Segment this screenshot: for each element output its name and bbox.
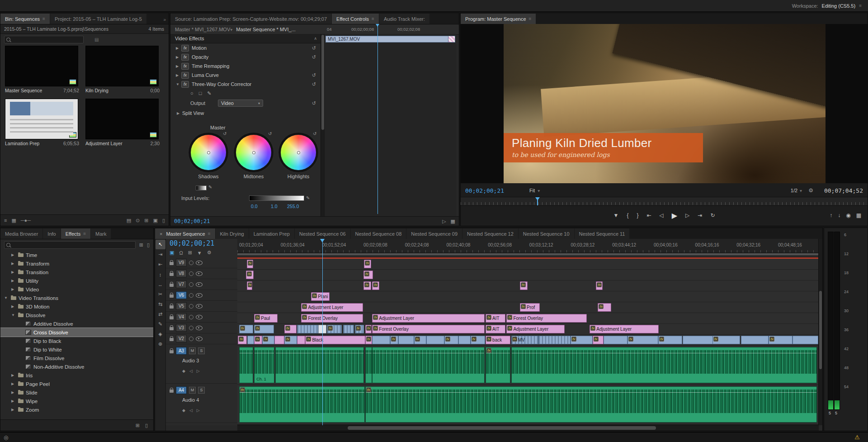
twirl-icon[interactable]: ▶ [11,408,16,412]
track-visibility-toggle[interactable] [196,261,203,265]
twirl-icon[interactable]: ▶ [11,270,16,274]
fx-icon[interactable]: fx [181,63,189,70]
sequence-context[interactable]: Master Sequence * MVI_... [236,27,295,32]
video-effects-section-header[interactable]: Video Effects ∧ [170,34,321,43]
step-forward-icon[interactable]: ▷ [685,212,689,219]
split-view-row[interactable]: ▶ Split View [170,109,321,118]
sync-lock-toggle[interactable] [189,304,193,309]
close-tab-icon[interactable]: × [160,231,162,237]
bin-item[interactable]: Adjustment Layer2;30 [85,99,160,146]
twirl-icon[interactable]: ▶ [11,399,16,403]
video-lane-v4[interactable]: fxPaulfxForest OverlayfxAdjustment Layer… [237,313,819,324]
midtones-wheel[interactable] [236,135,271,170]
time-ruler[interactable]: 00;01;20;0400;01;36;0400;01;52;0400;02;0… [237,239,819,253]
rolling-edit-tool[interactable]: ↕ [156,270,165,279]
timeline-tab[interactable]: Lamination Prep [249,228,294,239]
delete-icon[interactable]: ▯ [147,242,150,248]
next-keyframe-icon[interactable]: ▷ [197,369,200,373]
timeline-clip[interactable]: fx [365,336,372,344]
timeline-clip[interactable]: fxBlack [305,336,365,344]
bin-item[interactable]: Kiln Drying0;00 [85,46,160,93]
mark-out-icon[interactable]: } [637,212,638,219]
effects-tree-item[interactable]: Dip to White [0,345,153,354]
twirl-icon[interactable]: ▶ [11,382,16,386]
timeline-clip[interactable]: fxAdjustment Layer [506,325,565,333]
timeline-clip[interactable]: fx [254,325,274,333]
effects-tree-item[interactable]: Additive Dissolve [0,319,153,328]
play-button[interactable]: ▶ [672,211,677,220]
timeline-clip[interactable]: fx [262,336,274,344]
bin-item-name[interactable]: Master Sequence [5,88,42,93]
sync-lock-toggle[interactable] [189,293,193,298]
reset-icon[interactable]: ↺ [223,131,226,136]
icon-view-icon[interactable]: ▦ [11,218,16,223]
twirl-icon[interactable]: ▶ [11,304,16,309]
new-bin-icon[interactable]: ⊞ [144,218,148,223]
timeline-clip[interactable] [365,347,372,383]
tab-effect-controls[interactable]: Effect Controls ≡ [332,14,379,24]
track-id[interactable]: A4 [176,386,187,394]
timeline-clip[interactable]: fx [471,336,485,344]
sequence-timecode[interactable]: 00;02;00;21 [166,239,237,248]
effect-row-opacity[interactable]: ▶ fx Opacity ↺ [170,52,321,62]
twirl-icon[interactable]: ▶ [176,46,181,50]
timeline-clip[interactable] [372,336,390,344]
timeline-clip[interactable]: fx [598,303,611,312]
effects-tree-item[interactable]: ▼Dissolve [0,311,153,319]
timeline-clip[interactable]: fx [364,260,371,268]
timeline-clip[interactable]: fx [247,281,253,290]
tab-overflow-icon[interactable]: » [163,17,169,24]
work-area-bar[interactable] [237,253,819,257]
new-item-icon[interactable]: ▣ [153,218,158,223]
go-to-out-icon[interactable]: ⇥ [698,212,702,219]
timeline-clip[interactable] [538,336,571,344]
add-marker-icon[interactable]: ▼ [613,212,619,219]
eyedropper-icon[interactable]: ✎ [207,90,211,96]
fx-icon[interactable]: fx [181,54,189,61]
bin-thumbnail[interactable] [5,46,78,86]
fx-icon[interactable]: fx [181,72,189,79]
lock-icon[interactable] [170,350,174,353]
bin-item[interactable]: Master Sequence7;04;52 [5,46,79,93]
solo-toggle[interactable]: S [198,387,205,394]
audio-lane-a4[interactable]: fxfx [237,385,819,424]
timeline-clip[interactable]: fx [444,336,458,344]
video-lane-v2[interactable]: fxfxfxfxfxBlackfxfxfxfxfxfxbackfxMVfxfxf… [237,335,819,346]
timeline-clip[interactable]: fxForest Overlay [372,325,484,333]
extract-icon[interactable]: ↓ [838,212,840,219]
input-levels-slider[interactable] [249,195,304,201]
tab-media-browser[interactable]: Media Browser [0,228,42,239]
bin-thumbnail[interactable] [85,46,159,86]
timeline-tab[interactable]: Nested Sequence 11 [575,228,630,239]
prev-keyframe-icon[interactable]: ◁ [189,408,193,413]
timeline-clip[interactable] [793,336,818,344]
timeline-clip[interactable]: fx [239,325,253,333]
mark-in-icon[interactable]: { [627,212,628,219]
tab-effects[interactable]: Effects ≡ [61,228,90,239]
track-id[interactable]: V6 [176,291,187,299]
list-view-icon[interactable]: ≡ [4,218,7,223]
twirl-icon[interactable]: ▶ [176,64,181,68]
input-level-high[interactable]: 255.0 [287,204,299,209]
tab-program-monitor[interactable]: Program: Master Sequence ≡ [461,14,536,24]
fx-icon[interactable]: fx [181,45,189,52]
resolution-dropdown[interactable]: 1/2 ▾ [791,188,802,193]
timeline-clip[interactable]: fx [520,281,528,290]
add-keyframe-icon[interactable]: ◆ [182,408,185,413]
fx-icon[interactable]: fx [181,81,189,88]
ripple-edit-tool[interactable]: ⇤ [156,260,165,269]
timeline-clip[interactable]: fx [365,386,817,423]
input-level-mid[interactable]: 1.0 [271,204,278,209]
current-timecode[interactable]: 00;02;00;21 [465,187,504,194]
rect-mask-icon[interactable]: □ [199,90,202,96]
track-select-tool[interactable]: ⇥ [156,250,165,259]
effects-tree-item[interactable]: ▶Time [0,251,153,259]
timeline-clip[interactable]: fxPlani [311,292,330,301]
timeline-lanes[interactable]: 00;01;20;0400;01;36;0400;01;52;0400;02;0… [237,239,819,425]
effects-tree-item[interactable]: ▶Page Peel [0,380,153,388]
mini-timeline-clip[interactable]: MVI_1267.MOV [326,36,455,43]
track-visibility-toggle[interactable] [196,271,203,276]
timeline-tab-active[interactable]: ×Master Sequence≡ [155,228,215,239]
snap-icon[interactable]: Ω [179,250,183,256]
video-lane-v7[interactable]: fxfxfxfxfx [237,280,819,291]
